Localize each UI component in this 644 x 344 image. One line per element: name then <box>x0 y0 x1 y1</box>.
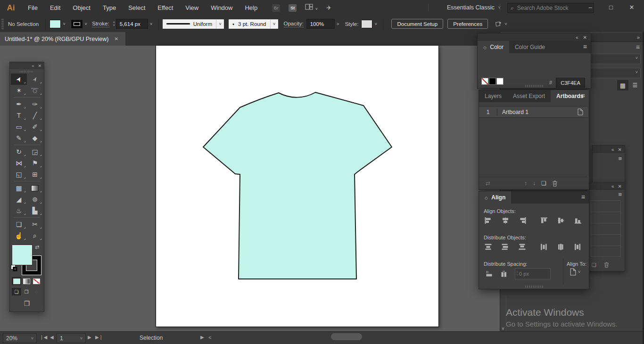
paintbrush-tool[interactable]: ✐ <box>27 121 43 132</box>
pen-tool[interactable]: ✒ <box>11 98 27 110</box>
move-up-icon[interactable]: ↑ <box>524 180 527 187</box>
swap-fill-stroke-icon[interactable]: ⇄ <box>35 244 39 250</box>
delete-artboard-icon[interactable] <box>552 180 558 187</box>
search-input[interactable] <box>516 4 579 12</box>
close-icon[interactable]: ✕ <box>38 64 41 68</box>
column-graph-tool[interactable]: ▙ <box>27 205 43 216</box>
distribute-right-button[interactable] <box>571 241 585 253</box>
stroke-weight-field[interactable]: 5,614 px <box>116 19 148 29</box>
rectangle-tool[interactable]: ▭ <box>11 121 27 132</box>
toolbar-grip[interactable] <box>10 69 44 74</box>
spacing-value-field[interactable]: ˄˅ 0 px <box>515 268 551 279</box>
app-logo[interactable]: Ai <box>0 3 22 13</box>
collapse-icon[interactable]: « <box>611 147 614 152</box>
width-profile-chevron[interactable]: ˅ <box>216 19 224 29</box>
panel-menu-icon[interactable]: ≡ <box>593 153 625 164</box>
tab-layers[interactable]: Layers <box>479 90 507 102</box>
artboard-canvas[interactable] <box>156 46 439 327</box>
artboard-tool[interactable]: ❏ <box>11 219 27 230</box>
artboard-name[interactable]: Artboard 1 <box>497 109 577 115</box>
list-view-button[interactable]: ☰ <box>630 81 640 90</box>
stroke-label[interactable]: Stroke: <box>92 21 109 27</box>
rotate-tool[interactable]: ↻ <box>11 146 27 157</box>
menu-item-edit[interactable]: Edit <box>44 0 66 16</box>
preferences-button[interactable]: Preferences <box>447 19 488 29</box>
collapse-icon[interactable]: « <box>576 35 578 40</box>
style-chevron[interactable]: ˅ <box>372 20 379 28</box>
stroke-color-swatch[interactable] <box>71 20 83 28</box>
minimize-button[interactable]: – <box>580 0 601 15</box>
align-h-center-button[interactable] <box>499 215 512 226</box>
opacity-arrow[interactable]: > <box>335 20 341 28</box>
collapse-panels-icon[interactable]: » <box>637 34 640 40</box>
close-icon[interactable]: ✕ <box>618 184 622 189</box>
vertical-spacing-button[interactable] <box>483 268 496 279</box>
first-artboard-icon[interactable]: ❘◀ <box>40 335 47 340</box>
scroll-left-icon[interactable]: < <box>208 335 211 340</box>
artboard-page-icon[interactable] <box>577 108 583 115</box>
color-mode-button[interactable] <box>12 277 21 285</box>
direct-selection-tool[interactable]: ➢ <box>27 74 43 85</box>
tab-color-guide[interactable]: Color Guide <box>509 41 551 53</box>
close-icon[interactable]: ✕ <box>618 147 622 152</box>
menu-item-file[interactable]: File <box>22 0 44 16</box>
last-artboard-icon[interactable]: ▶❘ <box>95 335 103 340</box>
style-swatch[interactable] <box>361 20 372 28</box>
workspace-switcher[interactable]: Essentials Classic <box>447 4 495 11</box>
new-artboard-icon[interactable]: ❏ <box>541 180 546 187</box>
distribute-top-button[interactable] <box>482 241 495 253</box>
move-down-icon[interactable]: ↓ <box>533 180 536 187</box>
document-tab[interactable]: Untitled-1* @ 20% (RGB/GPU Preview) ✕ <box>0 32 125 46</box>
draw-behind-button[interactable]: ❐ <box>22 288 31 295</box>
none-swatch[interactable] <box>481 78 488 85</box>
bridge-icon[interactable]: Br <box>272 4 280 12</box>
shape-builder-tool[interactable]: ◱ <box>11 169 27 180</box>
panel-menu-icon[interactable]: ≡ <box>581 193 585 201</box>
prev-artboard-icon[interactable]: ◀ <box>50 335 54 340</box>
selection-tool[interactable]: ➤ <box>11 74 27 85</box>
mesh-tool[interactable]: ▦ <box>11 182 27 194</box>
status-display[interactable]: Selection <box>140 335 163 341</box>
opacity-label[interactable]: Opacity: <box>284 21 304 27</box>
default-fill-stroke-icon[interactable] <box>11 265 17 271</box>
stroke-chevron[interactable]: ˅ <box>83 20 89 28</box>
new-item-icon[interactable]: ❏ <box>592 262 596 268</box>
menu-item-help[interactable]: Help <box>239 0 264 16</box>
draw-inside-button[interactable]: ◌ <box>32 288 41 295</box>
close-icon[interactable]: ✕ <box>583 35 587 40</box>
slice-tool[interactable]: ✂ <box>27 219 43 230</box>
black-swatch[interactable] <box>489 78 496 85</box>
panel-menu-icon[interactable]: ≡ <box>581 92 585 99</box>
tab-close-icon[interactable]: ✕ <box>114 36 118 41</box>
brush-definition-chevron[interactable]: ˅ <box>270 19 278 29</box>
panel-collapse-icon[interactable]: ◇ <box>483 45 487 50</box>
menu-item-window[interactable]: Window <box>205 0 239 16</box>
distribute-v-center-button[interactable] <box>499 241 512 253</box>
zoom-tool[interactable]: ⌕ <box>27 230 43 241</box>
distribute-bottom-button[interactable] <box>516 241 529 253</box>
brush-definition-button[interactable]: • 3 pt. Round <box>229 19 270 29</box>
screen-mode-button[interactable]: ❐ <box>10 297 44 310</box>
isolate-selected-icon[interactable]: ˅ <box>495 21 507 27</box>
blend-tool[interactable]: ⊚ <box>27 194 43 205</box>
distribute-left-button[interactable] <box>537 241 551 253</box>
panel-menu-icon[interactable]: ≡ <box>583 43 587 50</box>
fill-chevron[interactable]: ˅ <box>61 20 67 28</box>
panel-menu-icon[interactable]: ≡ <box>587 190 625 199</box>
draw-normal-button[interactable]: ❏ <box>12 288 21 295</box>
align-bottom-button[interactable] <box>571 215 585 226</box>
pasteboard[interactable] <box>0 46 500 331</box>
align-v-center-button[interactable] <box>554 215 568 226</box>
line-segment-tool[interactable]: ╱ <box>27 110 43 121</box>
tab-align[interactable]: ◇ Align <box>479 191 511 204</box>
fill-color-swatch[interactable] <box>50 20 61 28</box>
stroke-stepper[interactable]: ˄˅ <box>113 21 115 27</box>
width-tool[interactable]: ⋈ <box>11 157 27 169</box>
close-button[interactable]: ✕ <box>621 0 642 15</box>
shaper-tool[interactable]: ✎ <box>11 132 27 144</box>
tshirt-artwork[interactable] <box>156 46 438 327</box>
grid-view-button[interactable]: ▦ <box>617 80 628 90</box>
distribute-h-center-button[interactable] <box>554 241 568 253</box>
controlbar-grip[interactable] <box>1 19 4 29</box>
lasso-tool[interactable]: ➰ <box>27 85 43 96</box>
